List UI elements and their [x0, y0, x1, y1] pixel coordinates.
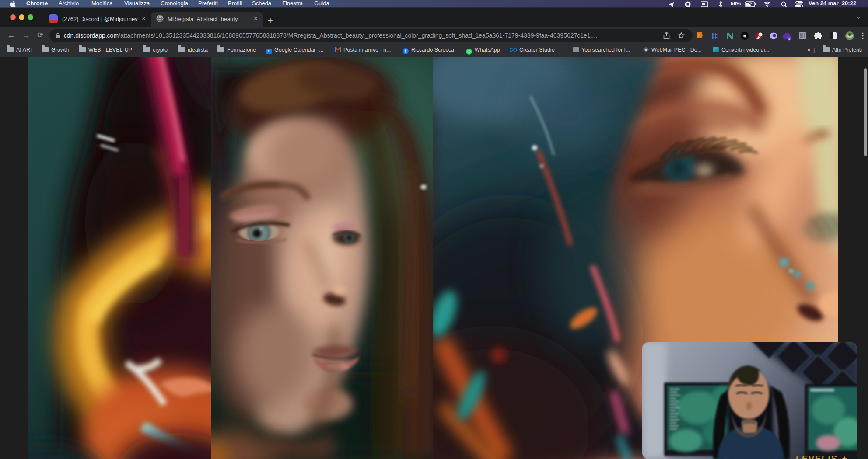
svg-text:⌗: ⌗ [743, 34, 746, 38]
svg-text:5: 5 [788, 37, 790, 40]
svg-text:LEVEL!S: LEVEL!S [795, 453, 837, 459]
svg-text:✦: ✦ [841, 455, 847, 459]
